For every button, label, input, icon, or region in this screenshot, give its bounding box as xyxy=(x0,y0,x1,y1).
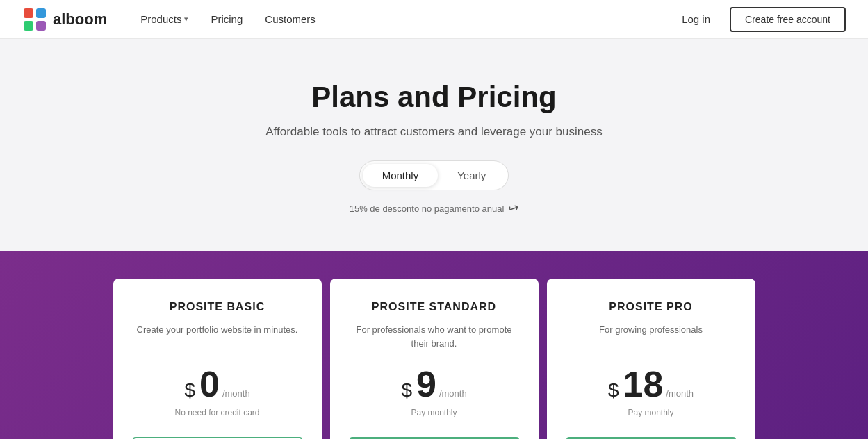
nav-customers[interactable]: Customers xyxy=(254,0,327,39)
plan-note-standard: Pay monthly xyxy=(350,408,519,420)
plan-card-basic: PROSITE BASIC Create your portfolio webs… xyxy=(113,279,322,439)
nav-pricing[interactable]: Pricing xyxy=(199,0,254,39)
login-button[interactable]: Log in xyxy=(673,8,719,31)
hero-subtitle: Affordable tools to attract customers an… xyxy=(14,125,854,139)
logo-icon xyxy=(22,7,47,32)
plan-desc-pro: For growing professionals xyxy=(566,323,736,352)
price-dollar-pro: $ xyxy=(608,379,619,401)
plan-note-pro: Pay monthly xyxy=(566,408,736,420)
logo[interactable]: alboom xyxy=(22,7,107,32)
chevron-down-icon: ▾ xyxy=(184,15,188,24)
pricing-cards: PROSITE BASIC Create your portfolio webs… xyxy=(69,279,799,439)
plan-name-pro: PROSITE PRO xyxy=(566,301,736,313)
price-amount-standard: 9 xyxy=(416,366,436,402)
hero-section: Plans and Pricing Affordable tools to at… xyxy=(0,39,868,251)
price-dollar-basic: $ xyxy=(184,379,195,401)
plan-price-basic: $ 0 /month xyxy=(133,366,302,402)
price-period-standard: /month xyxy=(439,388,467,399)
price-amount-pro: 18 xyxy=(623,366,663,402)
navbar: alboom Products ▾ Pricing Customers Log … xyxy=(0,0,868,39)
pricing-section: PROSITE BASIC Create your portfolio webs… xyxy=(0,251,868,439)
yearly-toggle[interactable]: Yearly xyxy=(438,164,505,187)
nav-right: Log in Create free account xyxy=(673,7,846,32)
svg-rect-2 xyxy=(24,21,33,31)
price-period-pro: /month xyxy=(666,388,694,399)
plan-card-pro: PROSITE PRO For growing professionals $ … xyxy=(547,279,755,439)
svg-rect-0 xyxy=(24,8,33,18)
create-account-button[interactable]: Create free account xyxy=(730,7,846,32)
svg-rect-3 xyxy=(36,21,46,31)
arrow-icon: ↪ xyxy=(506,199,521,217)
plan-card-standard: PROSITE STANDARD For professionals who w… xyxy=(330,279,539,439)
plan-name-standard: PROSITE STANDARD xyxy=(350,301,519,313)
plan-desc-basic: Create your portfolio website in minutes… xyxy=(133,323,302,352)
plan-note-basic: No need for credit card xyxy=(133,408,302,420)
billing-toggle: Monthly Yearly xyxy=(360,161,509,190)
nav-links: Products ▾ Pricing Customers xyxy=(129,0,673,39)
svg-rect-1 xyxy=(36,8,46,18)
price-amount-basic: 0 xyxy=(199,366,220,402)
nav-products[interactable]: Products ▾ xyxy=(129,0,199,39)
plan-price-pro: $ 18 /month xyxy=(566,366,736,402)
discount-note: 15% de desconto no pagamento anual ↪ xyxy=(14,201,854,216)
monthly-toggle[interactable]: Monthly xyxy=(363,164,439,187)
price-period-basic: /month xyxy=(222,388,250,399)
plan-price-standard: $ 9 /month xyxy=(350,366,519,402)
plan-name-basic: PROSITE BASIC xyxy=(133,301,302,313)
price-dollar-standard: $ xyxy=(401,379,412,401)
plan-desc-standard: For professionals who want to promote th… xyxy=(350,323,519,352)
brand-name: alboom xyxy=(53,10,107,28)
page-title: Plans and Pricing xyxy=(14,81,854,114)
